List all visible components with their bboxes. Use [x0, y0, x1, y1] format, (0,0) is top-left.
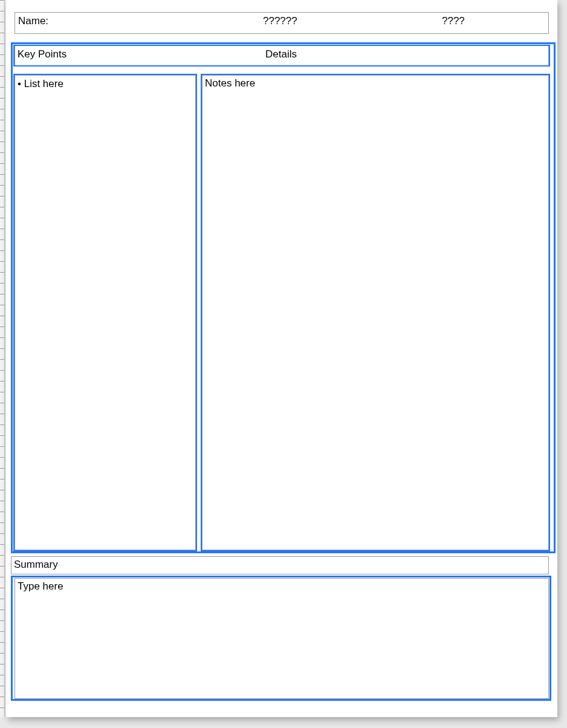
summary-body-box[interactable]: Type here	[15, 578, 549, 699]
editor-canvas: Name: ?????? ???? Key Points Details • L…	[0, 0, 567, 728]
column-header-left: Key Points	[18, 48, 66, 61]
header-info-row[interactable]: Name: ?????? ????	[15, 12, 549, 34]
key-points-box[interactable]: • List here	[15, 75, 196, 550]
name-label: Name:	[18, 15, 48, 28]
header-field-2: ??????	[263, 15, 297, 28]
header-field-3: ????	[442, 15, 465, 28]
summary-header-box[interactable]: Summary	[11, 556, 549, 574]
key-points-placeholder: • List here	[18, 77, 63, 91]
summary-placeholder: Type here	[18, 580, 63, 592]
vertical-ruler	[0, 0, 5, 717]
details-placeholder: Notes here	[205, 77, 255, 89]
document-page[interactable]: Name: ?????? ???? Key Points Details • L…	[6, 0, 557, 717]
column-header-right: Details	[265, 48, 297, 61]
column-headers-row[interactable]: Key Points Details	[15, 45, 549, 66]
details-box[interactable]: Notes here	[202, 75, 549, 550]
summary-label: Summary	[14, 559, 58, 570]
